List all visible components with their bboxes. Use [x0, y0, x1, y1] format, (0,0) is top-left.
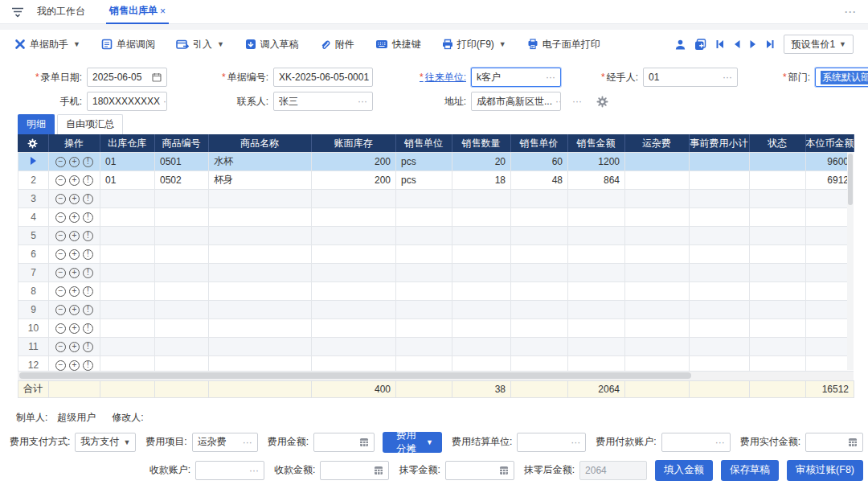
tab-free-item-summary[interactable]: 自由项汇总 — [57, 114, 123, 134]
grid-cell[interactable]: 0502 — [155, 170, 209, 189]
grid-cell[interactable]: 864 — [568, 170, 625, 189]
contact-input[interactable]: 张三 ··· — [273, 92, 373, 111]
grid-cell[interactable]: 0501 — [155, 152, 209, 170]
grid-cell[interactable] — [511, 244, 568, 263]
grid-cell[interactable] — [511, 207, 568, 226]
grid-cell[interactable] — [690, 355, 750, 372]
fee-amount-input[interactable] — [313, 433, 375, 452]
grid-cell[interactable] — [100, 337, 155, 355]
tab-collapse-icon[interactable] — [11, 6, 24, 18]
grid-cell[interactable] — [155, 226, 209, 244]
fee-settle-unit-lookup-icon[interactable]: ··· — [571, 437, 580, 448]
grid-cell[interactable] — [690, 281, 750, 300]
grid-cell[interactable] — [452, 355, 511, 372]
grid-cell[interactable]: pcs — [396, 152, 452, 170]
remove-row-icon[interactable]: − — [55, 212, 66, 223]
row-number-cell[interactable]: 12 — [18, 355, 49, 372]
grid-cell[interactable] — [625, 300, 690, 318]
audit-post-button[interactable]: 审核过账(F8) — [787, 460, 863, 481]
more-fields-icon[interactable]: ··· — [572, 96, 582, 107]
grid-cell[interactable] — [396, 337, 452, 355]
grid-cell[interactable] — [452, 337, 511, 355]
form-settings-gear-icon[interactable] — [596, 96, 608, 108]
partner-label[interactable]: *往来单位: — [397, 71, 471, 84]
grid-cell[interactable] — [511, 189, 568, 207]
row-info-icon[interactable]: ! — [83, 360, 93, 371]
grid-cell[interactable] — [100, 226, 155, 244]
grid-cell[interactable] — [750, 263, 806, 281]
grid-cell[interactable] — [209, 207, 312, 226]
row-number-cell[interactable]: 6 — [18, 244, 49, 263]
grid-cell[interactable] — [312, 244, 396, 263]
column-header[interactable]: 销售数量 — [452, 135, 510, 152]
grid-cell[interactable] — [452, 281, 511, 300]
grid-cell[interactable] — [690, 318, 750, 337]
grid-cell[interactable] — [690, 300, 750, 318]
row-number-cell[interactable]: 8 — [18, 281, 49, 300]
grid-cell[interactable] — [625, 244, 690, 263]
grid-cell[interactable] — [396, 207, 452, 226]
grid-cell[interactable] — [452, 226, 511, 244]
fill-amount-button[interactable]: 填入金额 — [655, 460, 713, 481]
calculator-icon[interactable] — [359, 438, 369, 447]
grid-cell[interactable] — [625, 318, 690, 337]
next-record-icon[interactable] — [749, 39, 757, 49]
grid-cell[interactable]: 48 — [511, 170, 568, 189]
price-preset-select[interactable]: 预设售价1▼ — [784, 35, 854, 54]
grid-cell[interactable] — [452, 189, 511, 207]
fee-pay-account-input[interactable]: ··· — [661, 433, 731, 452]
pay-method-select[interactable]: 我方支付▼ — [75, 433, 136, 452]
tab-overflow-icon[interactable]: ··· — [845, 6, 857, 18]
row-info-icon[interactable]: ! — [83, 249, 93, 260]
round-amount-input[interactable] — [445, 461, 514, 480]
grid-cell[interactable]: 杯身 — [209, 170, 312, 189]
row-info-icon[interactable]: ! — [83, 342, 93, 352]
fee-share-button[interactable]: 费用分摊▼ — [383, 432, 442, 453]
grid-cell[interactable] — [750, 152, 806, 170]
grid-cell[interactable] — [511, 300, 568, 318]
remove-row-icon[interactable]: − — [55, 305, 66, 315]
partner-input[interactable]: k客户 ··· — [471, 68, 561, 87]
grid-cell[interactable] — [690, 263, 750, 281]
remove-row-icon[interactable]: − — [55, 194, 66, 204]
entry-date-input[interactable]: 2025-06-05 — [87, 68, 167, 87]
calculator-icon[interactable] — [848, 438, 858, 447]
grid-cell[interactable] — [625, 281, 690, 300]
row-number-cell[interactable]: 10 — [18, 318, 49, 337]
calculator-icon[interactable] — [374, 466, 383, 475]
remove-row-icon[interactable]: − — [55, 231, 66, 241]
grid-cell[interactable]: 01 — [100, 152, 155, 170]
grid-cell[interactable] — [155, 281, 209, 300]
remove-row-icon[interactable]: − — [55, 360, 66, 371]
column-header[interactable]: 本位币金额 — [805, 135, 854, 152]
last-record-icon[interactable] — [765, 39, 776, 49]
grid-cell[interactable] — [312, 355, 396, 372]
grid-cell[interactable] — [209, 263, 312, 281]
row-number-cell[interactable]: 4 — [18, 207, 49, 226]
grid-cell[interactable] — [312, 281, 396, 300]
remove-row-icon[interactable]: − — [55, 286, 66, 297]
grid-cell[interactable] — [690, 207, 750, 226]
grid-cell[interactable] — [690, 152, 750, 170]
grid-cell[interactable] — [209, 244, 312, 263]
grid-cell[interactable] — [100, 355, 155, 372]
grid-cell[interactable] — [511, 337, 568, 355]
tab-sales-outbound[interactable]: 销售出库单 × — [106, 0, 169, 24]
partner-lookup-icon[interactable]: ··· — [546, 72, 555, 83]
grid-cell[interactable] — [100, 189, 155, 207]
column-header[interactable]: 操作 — [48, 135, 100, 152]
waybill-print-button[interactable]: 电子面单打印 — [527, 38, 600, 51]
grid-cell[interactable] — [568, 263, 625, 281]
column-header[interactable]: 事前费用小计 — [689, 135, 749, 152]
row-number-cell[interactable]: 11 — [18, 337, 49, 355]
grid-cell[interactable] — [209, 337, 312, 355]
grid-cell[interactable] — [750, 244, 806, 263]
hotkey-button[interactable]: 快捷键 — [375, 38, 421, 51]
grid-cell[interactable] — [155, 263, 209, 281]
address-input[interactable]: 成都市高新区世... ··· — [471, 92, 561, 111]
calendar-icon[interactable] — [152, 72, 162, 82]
doc-assistant-button[interactable]: 单据助手▼ — [14, 38, 80, 51]
row-info-icon[interactable]: ! — [83, 175, 93, 186]
grid-cell[interactable] — [209, 189, 312, 207]
grid-cell[interactable] — [568, 355, 625, 372]
